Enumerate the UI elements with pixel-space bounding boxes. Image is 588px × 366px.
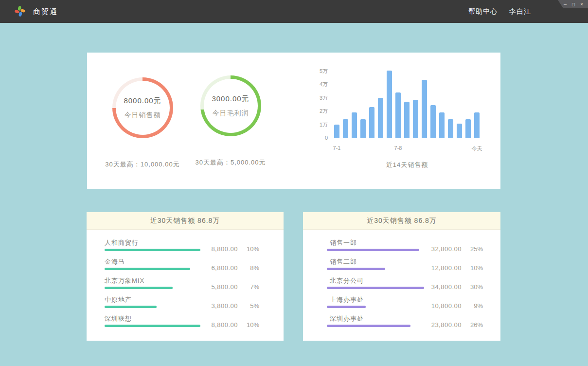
topbar: 商贸通 帮助中心 李白江 — □ ×	[0, 0, 588, 23]
customer-rank-list: 人和商贸行8,800.0010%金海马6,800.008%北京万象MIX5,80…	[87, 230, 284, 333]
chart-bar	[430, 105, 436, 138]
rank-values: 10,800.009%	[424, 302, 483, 310]
donut-block: 8000.00元今日销售额30天最高：10,000.00元	[91, 77, 194, 169]
donut-text: 8000.00元今日销售额	[112, 77, 173, 138]
rank-values: 34,800.0030%	[424, 283, 483, 291]
rank-bar	[105, 249, 200, 251]
rank-percent: 8%	[238, 264, 259, 272]
rank-percent: 9%	[462, 302, 483, 310]
close-icon[interactable]: ×	[579, 2, 585, 7]
rank-name: 深圳办事处	[330, 314, 364, 323]
rank-amount: 34,800.00	[424, 283, 462, 291]
chart-bar	[474, 112, 480, 138]
chart-bar	[404, 102, 410, 138]
dept-rank-title: 近30天销售额 86.8万	[303, 212, 500, 230]
donut-label: 今日销售额	[125, 111, 161, 120]
donut-footnote: 30天最高：10,000.00元	[105, 160, 179, 169]
rank-values: 8,800.0010%	[200, 245, 259, 253]
customer-rank-card: 近30天销售额 86.8万 人和商贸行8,800.0010%金海马6,800.0…	[87, 212, 284, 341]
rank-values: 23,800.0026%	[424, 321, 483, 329]
rank-bar	[327, 306, 366, 308]
chart-bar	[448, 119, 453, 138]
y-axis-tick: 3万	[301, 94, 328, 101]
x-axis-tick: 今天	[472, 145, 482, 152]
rank-percent: 26%	[462, 321, 483, 329]
rank-name: 北京分公司	[330, 276, 364, 285]
rank-amount: 12,800.00	[424, 264, 462, 272]
rank-values: 6,800.008%	[200, 264, 259, 272]
rank-bar	[105, 268, 190, 270]
chart-bar	[465, 119, 471, 138]
rank-amount: 32,800.00	[424, 245, 462, 253]
rank-amount: 5,800.00	[200, 283, 238, 291]
chart-caption: 近14天销售额	[334, 161, 480, 169]
help-center-link[interactable]: 帮助中心	[468, 7, 498, 16]
dept-rank-list: 销售一部32,800.0025%销售二部12,800.0010%北京分公司34,…	[303, 230, 500, 333]
list-item: 北京分公司34,800.0030%	[303, 276, 500, 295]
rank-bar	[327, 268, 385, 270]
rank-bar	[105, 287, 173, 289]
dept-rank-card: 近30天销售额 86.8万 销售一部32,800.0025%销售二部12,800…	[303, 212, 500, 341]
rank-percent: 25%	[462, 245, 483, 253]
list-item: 销售二部12,800.0010%	[303, 257, 500, 276]
chart-bar	[387, 71, 392, 138]
donut-block: 3000.00元今日毛利润30天最高：5,000.00元	[182, 75, 279, 167]
rank-amount: 8,800.00	[200, 245, 238, 253]
window-controls: — □ ×	[558, 0, 588, 8]
overview-card: 8000.00元今日销售额30天最高：10,000.00元3000.00元今日毛…	[87, 53, 500, 189]
rank-name: 销售二部	[330, 257, 357, 266]
y-axis-tick: 2万	[301, 108, 328, 114]
y-axis-tick: 4万	[301, 81, 328, 88]
donut-value: 3000.00元	[212, 94, 249, 104]
donut-text: 3000.00元今日毛利润	[200, 75, 261, 136]
rank-amount: 8,800.00	[200, 321, 238, 329]
chart-bar	[457, 124, 462, 138]
donut-footnote: 30天最高：5,000.00元	[195, 158, 266, 167]
rank-name: 人和商贸行	[105, 238, 139, 247]
chart-bar	[369, 107, 374, 138]
rank-name: 金海马	[105, 257, 125, 266]
rank-name: 北京万象MIX	[105, 276, 144, 285]
list-item: 人和商贸行8,800.0010%	[87, 238, 284, 257]
chart-bar	[334, 125, 339, 138]
rank-values: 5,800.007%	[200, 283, 259, 291]
donut-value: 8000.00元	[124, 96, 161, 106]
donut-ring: 3000.00元今日毛利润	[200, 75, 261, 136]
list-item: 北京万象MIX5,800.007%	[87, 276, 284, 295]
chart-bar	[395, 92, 401, 138]
pinwheel-logo-icon	[14, 5, 26, 18]
chart-bar	[413, 100, 418, 138]
app-title: 商贸通	[33, 0, 58, 23]
list-item: 上海办事处10,800.009%	[303, 295, 500, 314]
list-item: 销售一部32,800.0025%	[303, 238, 500, 257]
rank-percent: 5%	[238, 302, 259, 310]
rank-values: 3,800.005%	[200, 302, 259, 310]
rank-name: 深圳联想	[105, 314, 132, 323]
rank-percent: 7%	[238, 283, 259, 291]
maximize-icon[interactable]: □	[570, 2, 576, 7]
rank-bar	[327, 249, 419, 251]
chart-bar	[343, 119, 348, 138]
rank-bar	[105, 306, 157, 308]
user-name-menu[interactable]: 李白江	[509, 7, 531, 16]
rank-name: 中原地产	[105, 295, 132, 304]
list-item: 深圳联想8,800.0010%	[87, 314, 284, 333]
rank-amount: 10,800.00	[424, 302, 462, 310]
sales-bar-chart: 01万2万3万4万5万 7-17-8今天 近14天销售额	[301, 67, 493, 179]
rank-bar	[327, 287, 424, 289]
customer-rank-title: 近30天销售额 86.8万	[87, 212, 284, 230]
donut-label: 今日毛利润	[213, 109, 249, 118]
rank-name: 销售一部	[330, 238, 357, 247]
rank-percent: 30%	[462, 283, 483, 291]
rank-bar	[327, 325, 410, 327]
list-item: 深圳办事处23,800.0026%	[303, 314, 500, 333]
rank-bar	[105, 325, 200, 327]
rank-name: 上海办事处	[330, 295, 364, 304]
rank-percent: 10%	[238, 321, 259, 329]
chart-bar	[360, 119, 366, 138]
y-axis-tick: 0	[301, 134, 328, 141]
rank-values: 12,800.0010%	[424, 264, 483, 272]
minimize-icon[interactable]: —	[562, 2, 568, 7]
y-axis-tick: 5万	[301, 68, 328, 74]
chart-bar	[352, 112, 357, 138]
